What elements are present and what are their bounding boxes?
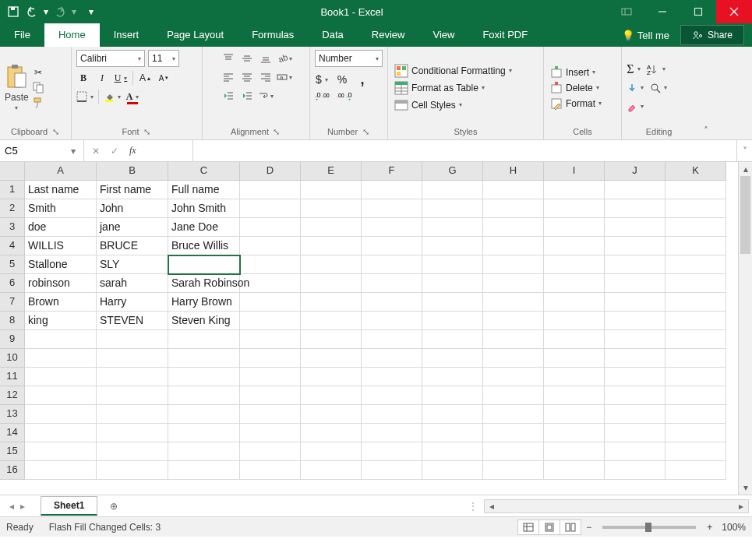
cell[interactable] [605, 274, 666, 293]
cell[interactable] [483, 199, 544, 218]
name-box-dropdown-icon[interactable]: ▾ [62, 146, 83, 157]
save-icon[interactable] [5, 3, 22, 20]
cell[interactable] [301, 424, 362, 442]
cell[interactable] [240, 255, 301, 274]
sort-filter-icon[interactable]: AZ [647, 62, 666, 77]
zoom-out-icon[interactable]: − [586, 522, 591, 533]
font-launcher-icon[interactable]: ⤡ [143, 127, 152, 136]
font-size-combo[interactable]: 11▾ [148, 50, 179, 67]
autosum-icon[interactable]: Σ [627, 62, 641, 77]
cell[interactable] [25, 442, 97, 461]
cell[interactable] [25, 349, 97, 368]
cell[interactable] [422, 293, 483, 312]
cell[interactable] [240, 218, 301, 237]
clear-icon[interactable] [627, 99, 644, 114]
insert-cells-button[interactable]: Insert▾ [549, 65, 603, 79]
cell[interactable] [483, 274, 544, 293]
cell[interactable] [666, 255, 726, 274]
column-header[interactable]: F [362, 162, 422, 181]
tell-me[interactable]: 💡Tell me [611, 23, 680, 47]
cell[interactable] [483, 405, 544, 424]
normal-view-icon[interactable] [517, 519, 539, 535]
cell[interactable] [240, 199, 301, 218]
cell[interactable]: John [97, 199, 168, 218]
cell[interactable] [362, 218, 422, 237]
cell[interactable] [301, 237, 362, 255]
cell[interactable] [301, 386, 362, 405]
column-header[interactable]: K [666, 162, 726, 181]
cell[interactable] [605, 386, 666, 405]
tab-file[interactable]: File [0, 23, 44, 47]
scroll-down-icon[interactable]: ▾ [739, 481, 752, 495]
cell[interactable] [422, 181, 483, 199]
share-button[interactable]: Share [680, 25, 744, 45]
cell[interactable]: Last name [25, 181, 97, 199]
cell[interactable] [605, 255, 666, 274]
tab-foxit-pdf[interactable]: Foxit PDF [468, 23, 542, 47]
tab-data[interactable]: Data [308, 23, 357, 47]
find-select-icon[interactable] [650, 80, 667, 96]
page-layout-view-icon[interactable] [538, 519, 560, 535]
cell[interactable] [483, 386, 544, 405]
cell[interactable] [362, 199, 422, 218]
cell[interactable] [605, 199, 666, 218]
increase-indent-icon[interactable] [238, 87, 256, 104]
cell[interactable] [422, 218, 483, 237]
cell[interactable] [422, 368, 483, 386]
number-format-combo[interactable]: Number▾ [315, 50, 383, 67]
cell[interactable] [301, 199, 362, 218]
row-header[interactable]: 4 [0, 237, 25, 255]
cell[interactable] [240, 312, 301, 330]
cell[interactable] [483, 237, 544, 255]
qat-customize-icon[interactable]: ▾ [87, 3, 95, 20]
cell[interactable] [666, 368, 726, 386]
percent-format-icon[interactable]: % [335, 72, 349, 87]
sheet-split-handle[interactable]: ⋮ [468, 501, 478, 512]
cell[interactable] [422, 330, 483, 349]
cell[interactable]: John Smith [168, 199, 240, 218]
cell[interactable] [666, 274, 726, 293]
cell[interactable]: BRUCE [97, 237, 168, 255]
bold-button[interactable]: B [76, 70, 90, 86]
insert-function-icon[interactable]: fx [129, 145, 136, 157]
row-header[interactable]: 7 [0, 293, 25, 312]
cell[interactable]: robinson [25, 274, 97, 293]
alignment-launcher-icon[interactable]: ⤡ [272, 127, 281, 136]
cell[interactable] [25, 330, 97, 349]
font-name-combo[interactable]: Calibri▾ [76, 50, 145, 67]
cell[interactable] [362, 424, 422, 442]
close-icon[interactable] [716, 0, 752, 23]
align-bottom-icon[interactable] [257, 50, 274, 67]
vertical-scrollbar[interactable]: ▴ ▾ [738, 162, 752, 495]
cell[interactable]: Bruce Willis [168, 237, 240, 255]
paste-label[interactable]: Paste [5, 92, 29, 103]
zoom-slider[interactable] [602, 526, 696, 529]
row-header[interactable]: 2 [0, 199, 25, 218]
row-header[interactable]: 6 [0, 274, 25, 293]
cell[interactable] [605, 330, 666, 349]
column-header[interactable]: A [25, 162, 97, 181]
cell[interactable] [97, 405, 168, 424]
cell[interactable] [301, 405, 362, 424]
cell[interactable] [240, 368, 301, 386]
cell[interactable] [422, 461, 483, 480]
sheet-tab-active[interactable]: Sheet1 [41, 496, 97, 516]
row-header[interactable]: 11 [0, 368, 25, 386]
column-header[interactable]: G [422, 162, 483, 181]
cell[interactable] [483, 461, 544, 480]
zoom-slider-thumb[interactable] [645, 523, 651, 532]
row-header[interactable]: 9 [0, 330, 25, 349]
cell[interactable] [666, 424, 726, 442]
cell[interactable]: Stallone [25, 255, 97, 274]
cell[interactable] [422, 237, 483, 255]
cell[interactable] [240, 237, 301, 255]
decrease-font-icon[interactable]: A▾ [157, 70, 171, 86]
select-all-corner[interactable] [0, 162, 25, 181]
italic-button[interactable]: I [95, 70, 109, 86]
cell[interactable] [544, 405, 605, 424]
paste-icon[interactable] [5, 64, 28, 90]
cell[interactable] [301, 312, 362, 330]
cell[interactable] [483, 181, 544, 199]
cell[interactable]: Harry [97, 293, 168, 312]
cell[interactable] [97, 424, 168, 442]
